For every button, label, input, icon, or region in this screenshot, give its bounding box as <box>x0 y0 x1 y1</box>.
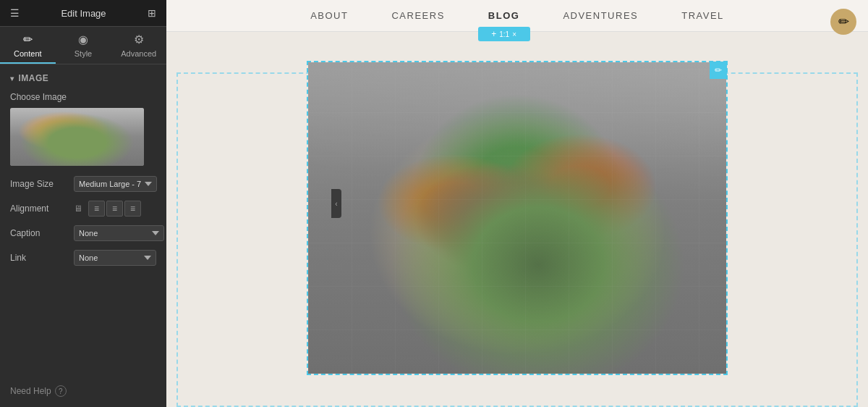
alignment-buttons: ≡ ≡ ≡ <box>88 201 141 217</box>
panel-header-right-icons: ⊞ <box>148 7 156 19</box>
caption-select[interactable]: None Attachment Caption Custom Caption <box>74 225 164 241</box>
image-section-label: ▾ Image <box>10 73 156 83</box>
link-select[interactable]: None Media File Attachment Page Custom U… <box>74 250 156 266</box>
thumbnail-overlay <box>10 108 144 166</box>
panel-title: Edit Image <box>61 8 106 19</box>
main-image[interactable] <box>308 62 726 374</box>
panel-collapse-handle[interactable]: ‹ <box>331 189 341 218</box>
image-selection-container[interactable]: ✏ <box>307 61 728 375</box>
style-tab-label: Style <box>75 49 92 58</box>
need-help-text: Need Help <box>10 386 51 396</box>
content-tab-icon: ✏ <box>23 33 33 46</box>
blog-edit-bar[interactable]: + 1:1 × <box>478 27 530 41</box>
align-right-button[interactable]: ≡ <box>124 201 141 217</box>
panel-tabs: ✏ Content ◉ Style ⚙ Advanced <box>0 27 166 64</box>
monitor-icon: 🖥 <box>74 204 82 214</box>
thumbnail-image <box>10 108 144 166</box>
blog-edit-close-icon[interactable]: × <box>512 30 516 38</box>
nav-blog-wrapper: BLOG + 1:1 × <box>488 10 520 21</box>
panel-body: ▾ Image Choose Image Image Size Medium L… <box>0 64 166 375</box>
panel-header: ☰ Edit Image ⊞ <box>0 0 166 27</box>
alignment-label: Alignment <box>10 204 68 214</box>
right-canvas: ✏ ABOUT CAREERS BLOG + 1:1 × ADVENTURES … <box>166 0 868 407</box>
tab-style[interactable]: ◉ Style <box>56 27 111 64</box>
help-question-mark: ? <box>59 387 63 395</box>
top-navigation: ABOUT CAREERS BLOG + 1:1 × ADVENTURES TR… <box>166 0 868 32</box>
content-tab-label: Content <box>14 49 42 58</box>
link-row: Link None Media File Attachment Page Cus… <box>10 250 156 266</box>
left-panel: ☰ Edit Image ⊞ ✏ Content ◉ Style ⚙ Advan… <box>0 0 166 407</box>
blog-edit-number: 1:1 <box>499 30 509 38</box>
nav-travel[interactable]: TRAVEL <box>681 10 724 21</box>
image-size-row: Image Size Medium Large - 7 Thumbnail Me… <box>10 176 156 192</box>
section-arrow-icon: ▾ <box>10 75 14 83</box>
need-help-section[interactable]: Need Help ? <box>0 375 166 407</box>
alignment-row: Alignment 🖥 ≡ ≡ ≡ <box>10 201 156 217</box>
nav-about[interactable]: ABOUT <box>310 10 348 21</box>
panel-header-left-icons: ☰ <box>10 7 20 19</box>
style-tab-icon: ◉ <box>78 33 88 46</box>
section-title: Image <box>19 73 49 83</box>
image-size-label: Image Size <box>10 179 68 189</box>
tab-advanced[interactable]: ⚙ Advanced <box>111 27 166 64</box>
help-icon: ? <box>55 385 67 397</box>
hamburger-icon[interactable]: ☰ <box>10 7 20 19</box>
edit-pencil-icon: ✏ <box>715 65 722 75</box>
grid-icon[interactable]: ⊞ <box>148 7 156 19</box>
advanced-tab-label: Advanced <box>121 49 156 58</box>
caption-row: Caption None Attachment Caption Custom C… <box>10 225 156 241</box>
image-size-select[interactable]: Medium Large - 7 Thumbnail Medium Large … <box>74 176 157 192</box>
nav-careers[interactable]: CAREERS <box>391 10 444 21</box>
caption-label: Caption <box>10 228 68 238</box>
blog-edit-plus-icon: + <box>491 29 496 39</box>
canvas-content: ✏ <box>166 32 868 407</box>
nav-blog[interactable]: BLOG <box>488 10 520 21</box>
align-left-button[interactable]: ≡ <box>88 201 105 217</box>
align-center-button[interactable]: ≡ <box>106 201 123 217</box>
choose-image-label: Choose Image <box>10 92 156 102</box>
image-edit-corner-button[interactable]: ✏ <box>710 62 727 79</box>
tab-content[interactable]: ✏ Content <box>0 27 56 64</box>
image-thumbnail[interactable] <box>10 108 144 166</box>
user-avatar[interactable]: ✏ <box>830 9 856 35</box>
collapse-icon: ‹ <box>335 200 337 208</box>
link-label: Link <box>10 253 68 263</box>
nav-adventures[interactable]: ADVENTURES <box>563 10 638 21</box>
advanced-tab-icon: ⚙ <box>134 33 144 46</box>
